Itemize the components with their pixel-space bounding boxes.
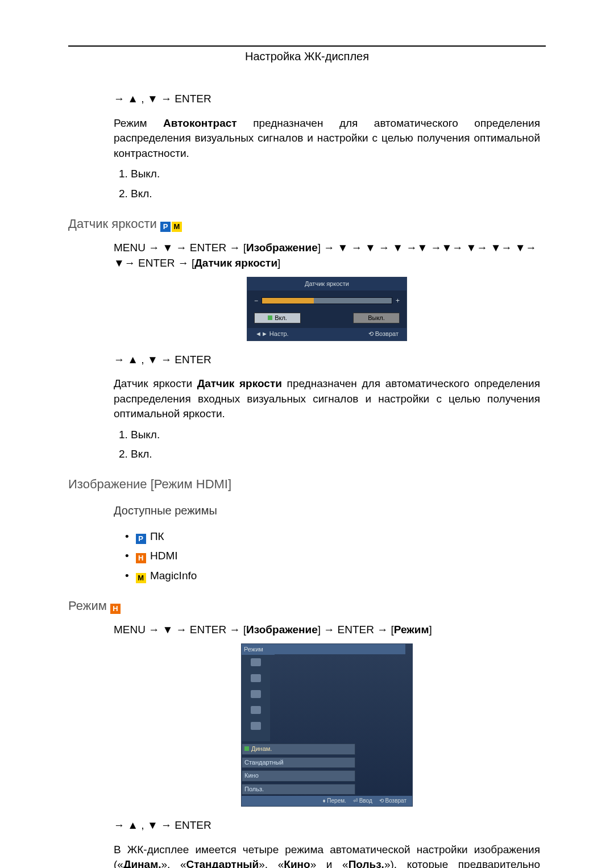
text: Датчик яркости [114, 377, 197, 389]
osd-footer: ♦ Перем. ⏎ Ввод ⟲ Возврат [242, 796, 412, 806]
bold-term: Динам. [123, 858, 161, 868]
pc-icon: P [160, 222, 171, 232]
list-item: Выкл. [131, 167, 540, 182]
label: Динам. [251, 745, 272, 752]
bracket: ] [277, 257, 280, 269]
osd-title: Режим [242, 644, 275, 655]
list-item: Вкл. [131, 447, 540, 462]
bold-term: Польз. [349, 858, 384, 868]
osd-footer: ◄► Настр. ⟲ Возврат [247, 328, 406, 340]
button-row: Вкл. Выкл. [254, 313, 400, 323]
magic-icon: M [172, 222, 182, 232]
slider-row: − + [254, 296, 400, 306]
top-rule [68, 45, 546, 47]
osd-body: − + Вкл. Выкл. [247, 290, 406, 328]
side-icon [251, 658, 261, 666]
sensor-menu-path: MENU → ▼ → ENTER → [Изображение] → ▼ → ▼… [114, 240, 540, 271]
text: MENU → ▼ → ENTER → [114, 242, 243, 254]
list-item: P ПК [125, 529, 540, 545]
list-item: M MagicInfo [125, 568, 540, 584]
text: MENU → ▼ → ENTER → [114, 624, 243, 636]
mode-bullets: P ПК H HDMI M MagicInfo [114, 529, 540, 584]
nav-instruction: → ▲ , ▼ → ENTER [114, 92, 540, 107]
mode-menu-path: MENU → ▼ → ENTER → [Изображение] → ENTER… [114, 622, 540, 638]
osd-sidebar [242, 655, 270, 741]
osd-enter-hint: ⏎ Ввод [353, 797, 372, 805]
osd-mode-menu: Режим Динам. Стандартный Кино Польз. ♦ П… [241, 643, 413, 807]
nav-instruction: → ▲ , ▼ → ENTER [114, 352, 540, 368]
side-icon [251, 722, 261, 730]
text: », « [161, 858, 186, 868]
available-modes-heading: Доступные режимы [114, 502, 540, 518]
label: HDMI [150, 550, 178, 562]
label: ПК [150, 530, 164, 542]
mode-description: В ЖК-дисплее имеется четыре режима автом… [114, 842, 540, 868]
bold-term: Режим [394, 624, 429, 636]
options-list: Выкл. Вкл. [114, 167, 540, 201]
label: MagicInfo [150, 570, 197, 582]
off-button: Выкл. [353, 313, 400, 323]
bold-term: Стандартный [186, 858, 259, 868]
magic-icon: M [136, 573, 146, 583]
check-icon [268, 315, 272, 320]
heading-text: Режим [68, 599, 107, 613]
hdmi-icon: H [136, 553, 146, 563]
osd-return-hint: ⟲ Возврат [379, 797, 406, 805]
spacer [275, 644, 405, 654]
sensor-description: Датчик яркости Датчик яркости предназнач… [114, 376, 540, 422]
hdmi-icon: H [110, 604, 121, 614]
pc-icon: P [136, 534, 146, 544]
side-icon [251, 674, 261, 682]
list-item: H HDMI [125, 549, 540, 564]
bold-term: Изображение [246, 242, 318, 254]
bold-term: Датчик яркости [197, 377, 282, 389]
osd-title: Датчик яркости [247, 277, 406, 290]
plus-icon: + [396, 296, 400, 306]
hdmi-heading: Изображение [Режим HDMI] [68, 476, 540, 493]
bracket: ] [429, 624, 432, 636]
autocontrast-description: Режим Автоконтраст предназначен для авто… [114, 116, 540, 161]
label: Вкл. [275, 314, 287, 321]
menu-option: Польз. [242, 784, 355, 795]
slider-track [262, 297, 392, 304]
content: → ▲ , ▼ → ENTER Режим Автоконтраст предн… [68, 92, 546, 868]
on-button: Вкл. [254, 313, 301, 323]
document-page: Настройка ЖК-дисплея → ▲ , ▼ → ENTER Реж… [0, 0, 614, 868]
osd-brightness-sensor: Датчик яркости − + Вкл. Выкл. ◄► Настр. … [247, 277, 407, 341]
sensor-heading: Датчик яркости PM [68, 215, 540, 233]
menu-option: Кино [242, 770, 355, 781]
check-icon [244, 746, 249, 751]
heading-text: Датчик яркости [68, 217, 157, 231]
page-header: Настройка ЖК-дисплея [68, 50, 546, 63]
text: → ENTER → [321, 624, 391, 636]
bold-term: Датчик яркости [194, 257, 277, 269]
bold-term: Изображение [246, 624, 318, 636]
minus-icon: − [254, 296, 258, 306]
slider-fill [262, 298, 314, 304]
osd-move-hint: ♦ Перем. [322, 797, 346, 805]
menu-option: Динам. [242, 744, 355, 754]
osd-nav-hint: ◄► Настр. [255, 330, 289, 338]
bold-term: Автоконтраст [163, 117, 237, 129]
osd-return-hint: ⟲ Возврат [368, 330, 399, 338]
side-icon [251, 706, 261, 714]
text: », « [259, 858, 284, 868]
side-icon [251, 690, 261, 698]
text: » и « [310, 858, 349, 868]
menu-option: Стандартный [242, 757, 355, 768]
options-list: Выкл. Вкл. [114, 427, 540, 462]
bold-term: Кино [284, 858, 310, 868]
mode-heading: Режим H [68, 597, 540, 615]
list-item: Выкл. [131, 427, 540, 443]
osd-main: Динам. Стандартный Кино Польз. [242, 741, 387, 796]
text: Режим [114, 117, 163, 129]
list-item: Вкл. [131, 186, 540, 202]
nav-instruction: → ▲ , ▼ → ENTER [114, 818, 540, 833]
